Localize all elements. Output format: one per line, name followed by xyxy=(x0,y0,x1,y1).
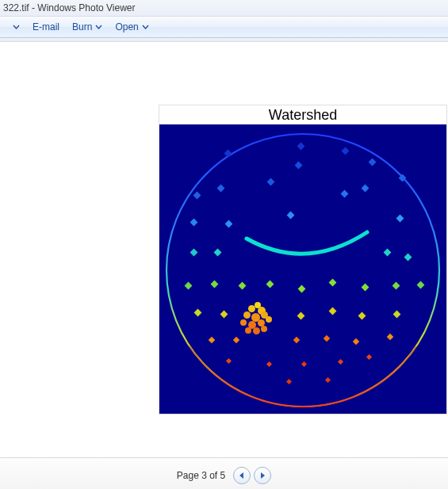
watershed-cluster xyxy=(240,302,274,337)
prev-page-button[interactable] xyxy=(233,467,251,484)
email-button[interactable]: E-mail xyxy=(26,17,66,36)
chevron-down-icon xyxy=(13,24,20,31)
burn-button[interactable]: Burn xyxy=(66,17,109,36)
image-title: Watershed xyxy=(159,105,446,124)
window-title: 322.tif - Windows Photo Viewer xyxy=(3,2,136,13)
email-label: E-mail xyxy=(33,21,59,32)
chevron-down-icon xyxy=(95,24,102,31)
burn-label: Burn xyxy=(72,21,92,32)
image-canvas xyxy=(159,124,446,414)
title-bar: 322.tif - Windows Photo Viewer xyxy=(0,0,448,17)
toolbar-overflow-dropdown[interactable] xyxy=(3,17,26,36)
toolbar: E-mail Burn Open xyxy=(0,17,448,38)
page-nav-buttons xyxy=(233,467,271,484)
next-page-button[interactable] xyxy=(254,467,271,484)
image-viewport: Watershed xyxy=(0,42,448,457)
open-label: Open xyxy=(115,21,138,32)
chevron-down-icon xyxy=(142,24,149,31)
boundary-circle xyxy=(159,124,446,414)
image-frame: Watershed xyxy=(159,105,447,415)
page-indicator: Page 3 of 5 xyxy=(177,470,225,481)
triangle-left-icon xyxy=(239,472,245,479)
footer-bar: Page 3 of 5 xyxy=(0,457,448,489)
open-button[interactable]: Open xyxy=(109,17,155,36)
triangle-right-icon xyxy=(259,472,266,479)
